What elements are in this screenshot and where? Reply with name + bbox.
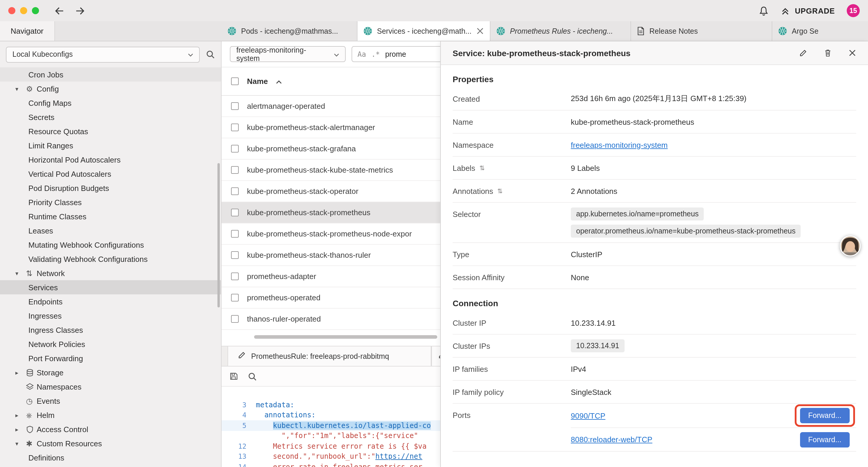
back-icon[interactable] [54, 6, 64, 15]
trash-icon[interactable] [824, 49, 832, 57]
sidebar-item-pod-disruption-budgets[interactable]: Pod Disruption Budgets [0, 181, 221, 195]
sidebar-item-runtime-classes[interactable]: Runtime Classes [0, 209, 221, 224]
sidebar-item-definitions[interactable]: Definitions [0, 450, 221, 465]
kubeconfig-selector[interactable]: Local Kubeconfigs [6, 47, 200, 62]
sidebar-item-config-maps[interactable]: Config Maps [0, 96, 221, 110]
namespace-link[interactable]: freeleaps-monitoring-system [571, 140, 668, 149]
chevron-down-icon[interactable]: ▾ [16, 270, 26, 276]
sidebar-item-vertical-pod-autoscalers[interactable]: Vertical Pod Autoscalers [0, 167, 221, 181]
sidebar-item-label: Resource Quotas [28, 127, 88, 136]
tab-close-icon[interactable] [476, 27, 484, 35]
sidebar-item-helm[interactable]: ▸⎈Helm [0, 408, 221, 422]
line-number: 3 [222, 401, 256, 409]
drawer-header: Service: kube-prometheus-stack-prometheu… [441, 41, 868, 65]
sidebar-item-storage[interactable]: ▸Storage [0, 365, 221, 380]
property-label: Labels [453, 164, 475, 172]
minimize-window-button[interactable] [20, 7, 27, 14]
search-icon[interactable] [206, 50, 215, 59]
sidebar-item-network[interactable]: ▾⇅Network [0, 266, 221, 280]
forward-icon[interactable] [75, 6, 85, 15]
sidebar-scrollbar[interactable] [217, 163, 220, 308]
row-name: kube-prometheus-stack-thanos-ruler [247, 251, 371, 260]
select-all-checkbox[interactable] [231, 78, 239, 85]
row-checkbox[interactable] [231, 251, 239, 259]
sidebar-item-secrets[interactable]: Secrets [0, 110, 221, 124]
navigator-panel-tab[interactable]: Navigator [0, 21, 55, 41]
chevron-down-icon[interactable]: ▾ [16, 440, 26, 447]
horizontal-scrollbar[interactable] [254, 335, 437, 339]
dock-tab-prometheusrule[interactable]: PrometheusRule: freeleaps-prod-rabbitmq [227, 346, 431, 366]
port-link[interactable]: 9090/TCP [571, 411, 606, 420]
tab-prometheus-rules-icecheng[interactable]: Prometheus Rules - icecheng... [490, 21, 631, 41]
save-icon[interactable] [229, 372, 238, 381]
chevron-right-icon[interactable]: ▸ [16, 412, 26, 418]
sidebar-item-services[interactable]: Services [0, 280, 221, 294]
sidebar-item-config[interactable]: ▾⚙Config [0, 82, 221, 96]
sidebar-item-leases[interactable]: Leases [0, 224, 221, 238]
sidebar-item-ingress-classes[interactable]: Ingress Classes [0, 323, 221, 337]
tab-services-icecheng-math[interactable]: Services - icecheng@math... [358, 21, 490, 41]
chevron-right-icon[interactable]: ▸ [16, 369, 26, 376]
tab-release-notes[interactable]: Release Notes [631, 21, 772, 41]
close-icon[interactable] [848, 49, 856, 57]
sidebar-item-resource-quotas[interactable]: Resource Quotas [0, 124, 221, 138]
forward-button[interactable]: Forward... [800, 408, 850, 423]
notification-badge[interactable]: 15 [847, 4, 860, 17]
search-icon[interactable] [248, 372, 257, 381]
sidebar-item-events[interactable]: ◷Events [0, 394, 221, 408]
kubernetes-icon [227, 27, 236, 35]
line-number: 4 [222, 411, 256, 419]
sidebar-item-label: Mutating Webhook Configurations [28, 240, 144, 249]
property-label: IP family policy [453, 387, 504, 396]
row-name: prometheus-adapter [247, 272, 316, 281]
row-checkbox[interactable] [231, 123, 239, 131]
line-number: 12 [222, 442, 256, 450]
sort-arrows-icon[interactable]: ⇅ [479, 164, 485, 172]
row-checkbox[interactable] [231, 187, 239, 195]
match-case-toggle[interactable]: Aa [358, 50, 366, 58]
sidebar-item-custom-resources[interactable]: ▾✱Custom Resources [0, 436, 221, 450]
tab-argo-se[interactable]: Argo Se [772, 21, 868, 41]
sidebar-item-cron-jobs[interactable]: Cron Jobs [0, 67, 221, 82]
row-checkbox[interactable] [231, 272, 239, 280]
row-checkbox[interactable] [231, 102, 239, 110]
upgrade-button[interactable]: UPGRADE [780, 6, 835, 15]
property-row-session-affinity: Session AffinityNone [453, 266, 856, 289]
row-checkbox[interactable] [231, 166, 239, 174]
maximize-window-button[interactable] [32, 7, 39, 14]
sidebar-item-endpoints[interactable]: Endpoints [0, 294, 221, 309]
namespace-filter[interactable]: freeleaps-monitoring-system [230, 46, 346, 62]
row-checkbox[interactable] [231, 209, 239, 216]
row-checkbox[interactable] [231, 315, 239, 323]
close-window-button[interactable] [8, 7, 16, 14]
chevron-down-icon[interactable]: ▾ [16, 85, 26, 92]
sort-arrows-icon[interactable]: ⇅ [497, 187, 502, 195]
sidebar-item-priority-classes[interactable]: Priority Classes [0, 195, 221, 209]
annotation-highlight: Forward... [795, 404, 855, 427]
sidebar-item-namespaces[interactable]: Namespaces [0, 380, 221, 394]
column-header-name[interactable]: Name [247, 77, 268, 86]
sidebar-item-access-control[interactable]: ▸Access Control [0, 422, 221, 436]
line-number: 14 [222, 463, 256, 467]
regex-toggle[interactable]: .* [371, 50, 380, 58]
sidebar-item-validating-webhook-configurations[interactable]: Validating Webhook Configurations [0, 252, 221, 266]
code-text: kubectl.kubernetes.io/last-applied-co [256, 421, 431, 430]
sidebar-item-ingresses[interactable]: Ingresses [0, 309, 221, 323]
forward-button[interactable]: Forward... [800, 432, 850, 447]
sidebar-item-limit-ranges[interactable]: Limit Ranges [0, 138, 221, 152]
chevron-right-icon[interactable]: ▸ [16, 426, 26, 432]
assistant-avatar[interactable] [840, 235, 861, 258]
port-link[interactable]: 8080:reloader-web/TCP [571, 435, 652, 444]
row-checkbox[interactable] [231, 294, 239, 301]
bell-icon[interactable] [759, 6, 769, 16]
sidebar-item-label: Endpoints [28, 297, 63, 306]
row-checkbox[interactable] [231, 230, 239, 238]
row-checkbox[interactable] [231, 145, 239, 152]
sidebar-item-horizontal-pod-autoscalers[interactable]: Horizontal Pod Autoscalers [0, 152, 221, 167]
sidebar-item-label: Pod Disruption Budgets [28, 183, 109, 193]
sidebar-item-port-forwarding[interactable]: Port Forwarding [0, 351, 221, 365]
sidebar-item-mutating-webhook-configurations[interactable]: Mutating Webhook Configurations [0, 238, 221, 252]
sidebar-item-network-policies[interactable]: Network Policies [0, 337, 221, 351]
edit-icon[interactable] [799, 49, 807, 57]
tab-pods-icecheng-mathmas[interactable]: Pods - icecheng@mathmas... [222, 21, 358, 41]
